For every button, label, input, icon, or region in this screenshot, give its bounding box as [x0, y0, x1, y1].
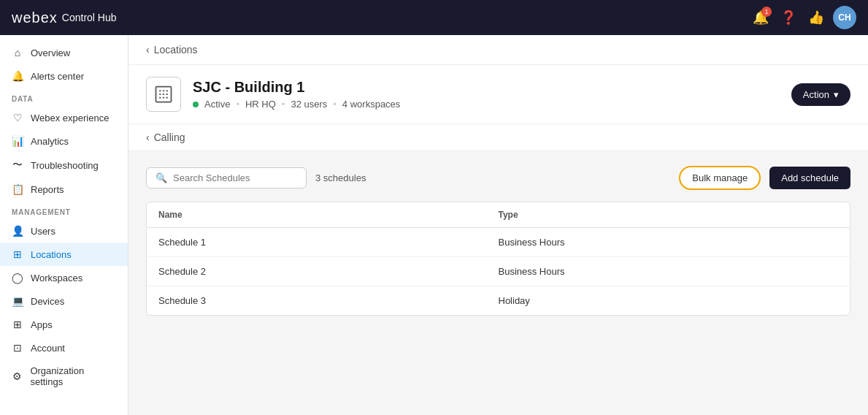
users-icon: 👤: [12, 225, 23, 237]
schedule-name: Schedule 3: [158, 295, 499, 306]
bulk-manage-button[interactable]: Bulk manage: [679, 166, 761, 190]
apps-icon: ⊞: [12, 319, 23, 330]
sidebar-item-org-settings[interactable]: ⚙ Organization settings: [0, 359, 128, 393]
schedules-table: Name Type Schedule 1 Business Hours Sche…: [146, 202, 850, 316]
location-building-icon: [146, 77, 181, 112]
sidebar-item-overview[interactable]: ⌂ Overview: [0, 41, 128, 64]
troubleshoot-icon: 〜: [12, 159, 23, 172]
avatar[interactable]: CH: [833, 6, 856, 29]
sidebar-item-alerts[interactable]: 🔔 Alerts center: [0, 64, 128, 88]
search-icon: 🔍: [155, 172, 167, 183]
status-dot: [193, 102, 199, 107]
sidebar-label-alerts: Alerts center: [31, 71, 84, 82]
breadcrumb-text: Locations: [154, 44, 198, 56]
bell-icon: 🔔: [12, 70, 23, 82]
sidebar-label-org-settings: Organization settings: [30, 365, 116, 387]
account-icon: ⊡: [12, 342, 23, 354]
search-box[interactable]: 🔍: [146, 167, 307, 189]
search-input[interactable]: [173, 172, 297, 183]
notifications-icon[interactable]: 🔔 1: [750, 7, 772, 28]
sidebar-item-analytics[interactable]: 📊 Analytics: [0, 129, 128, 153]
table-row[interactable]: Schedule 2 Business Hours: [147, 257, 850, 286]
schedules-content: 🔍 3 schedules Bulk manage Add schedule N…: [128, 151, 868, 415]
sidebar-label-devices: Devices: [31, 296, 64, 307]
analytics-icon: 📊: [12, 135, 23, 147]
sidebar-item-apps[interactable]: ⊞ Apps: [0, 313, 128, 336]
sidebar-label-apps: Apps: [31, 319, 53, 330]
location-workspaces: 4 workspaces: [342, 99, 400, 110]
table-row[interactable]: Schedule 3 Holiday: [147, 286, 850, 315]
breadcrumb-back-icon[interactable]: ‹: [146, 44, 150, 56]
thumbs-up-icon[interactable]: 👍: [805, 7, 827, 28]
action-button[interactable]: Action ▾: [791, 83, 850, 106]
sidebar-item-webex-experience[interactable]: ♡ Webex experience: [0, 106, 128, 129]
schedule-name: Schedule 1: [158, 237, 499, 248]
location-info: SJC - Building 1 Active • HR HQ • 32 use…: [193, 79, 780, 110]
logo-text: webex: [12, 9, 58, 26]
devices-icon: 💻: [12, 295, 23, 307]
sidebar: ⌂ Overview 🔔 Alerts center DATA ♡ Webex …: [0, 35, 128, 415]
sidebar-item-troubleshooting[interactable]: 〜 Troubleshooting: [0, 153, 128, 178]
sidebar-label-workspaces: Workspaces: [31, 273, 82, 283]
calling-text: Calling: [154, 132, 185, 143]
help-icon[interactable]: ❓: [777, 7, 799, 28]
schedule-type: Business Hours: [499, 237, 839, 248]
sidebar-label-reports: Reports: [31, 184, 64, 195]
calling-back-icon[interactable]: ‹: [146, 132, 150, 143]
action-label: Action: [803, 89, 829, 100]
schedule-name: Schedule 2: [158, 266, 499, 277]
sidebar-item-users[interactable]: 👤 Users: [0, 219, 128, 243]
sidebar-item-locations[interactable]: ⊞ Locations: [0, 243, 128, 266]
location-status: Active: [204, 99, 230, 110]
sidebar-label-locations: Locations: [31, 249, 72, 260]
schedule-type: Business Hours: [499, 266, 839, 277]
schedule-type: Holiday: [499, 295, 839, 306]
location-meta: Active • HR HQ • 32 users • 4 workspaces: [193, 99, 780, 110]
table-header: Name Type: [147, 202, 850, 228]
sidebar-item-reports[interactable]: 📋 Reports: [0, 178, 128, 201]
sidebar-item-account[interactable]: ⊡ Account: [0, 336, 128, 359]
table-row[interactable]: Schedule 1 Business Hours: [147, 228, 850, 257]
col-header-type: Type: [499, 210, 839, 220]
location-department: HR HQ: [245, 99, 276, 110]
home-icon: ⌂: [12, 47, 23, 58]
sidebar-label-analytics: Analytics: [31, 136, 69, 147]
reports-icon: 📋: [12, 183, 23, 195]
workspaces-icon: ◯: [12, 272, 23, 283]
location-header: SJC - Building 1 Active • HR HQ • 32 use…: [128, 65, 868, 124]
main-content: ‹ Locations SJC - Bui: [128, 35, 868, 415]
schedules-toolbar: 🔍 3 schedules Bulk manage Add schedule: [146, 166, 850, 190]
sidebar-section-data: DATA: [0, 88, 128, 106]
sidebar-label-overview: Overview: [31, 47, 70, 58]
chevron-down-icon: ▾: [834, 89, 839, 100]
sidebar-section-management: MANAGEMENT: [0, 201, 128, 219]
add-schedule-button[interactable]: Add schedule: [769, 167, 850, 189]
calling-bar: ‹ Calling: [128, 124, 868, 151]
location-name: SJC - Building 1: [193, 79, 780, 96]
sidebar-item-workspaces[interactable]: ◯ Workspaces: [0, 266, 128, 289]
sidebar-label-users: Users: [31, 226, 55, 237]
logo-sub: Control Hub: [62, 12, 117, 23]
layout: ⌂ Overview 🔔 Alerts center DATA ♡ Webex …: [0, 35, 868, 415]
breadcrumb: ‹ Locations: [128, 35, 868, 65]
sidebar-label-account: Account: [31, 343, 65, 354]
location-users: 32 users: [291, 99, 327, 110]
logo: webex Control Hub: [12, 9, 117, 26]
sidebar-label-webex-experience: Webex experience: [31, 113, 109, 123]
locations-icon: ⊞: [12, 248, 23, 260]
sidebar-item-devices[interactable]: 💻 Devices: [0, 289, 128, 313]
notification-badge: 1: [761, 7, 772, 17]
settings-icon: ⚙: [12, 370, 23, 382]
sidebar-label-troubleshooting: Troubleshooting: [31, 160, 99, 171]
heart-icon: ♡: [12, 112, 23, 123]
schedules-count: 3 schedules: [315, 172, 366, 183]
col-header-name: Name: [158, 210, 499, 220]
topbar: webex Control Hub 🔔 1 ❓ 👍 CH: [0, 0, 868, 35]
